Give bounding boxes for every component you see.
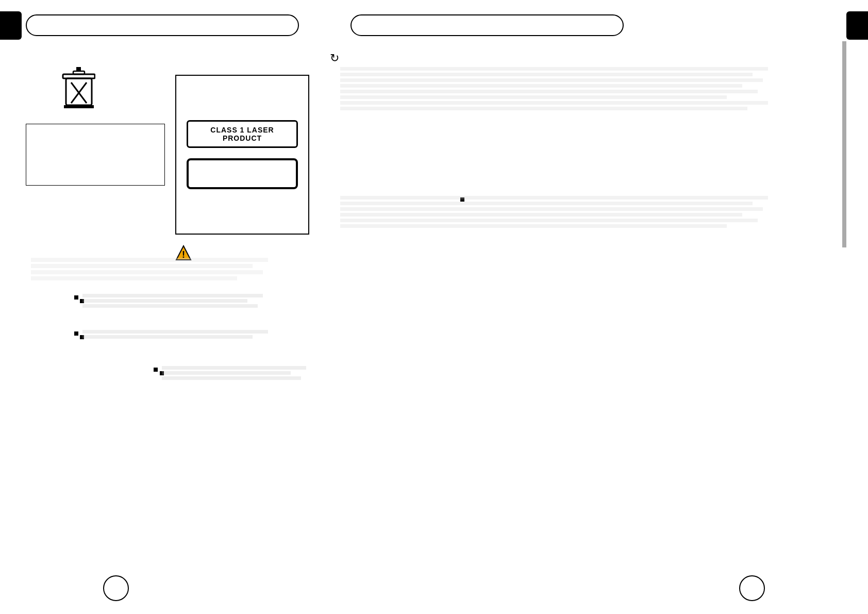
- refresh-icon: ↻: [330, 52, 339, 65]
- corner-tab-left: [0, 11, 22, 40]
- svg-rect-6: [64, 105, 94, 108]
- laser-label-container: CLASS 1 LASER PRODUCT: [175, 75, 309, 235]
- bullet-sq-3: [154, 368, 158, 372]
- page-circle-right: [739, 575, 765, 601]
- bullet-sq-1: [74, 295, 78, 300]
- text-region-left-1: [31, 258, 314, 283]
- page-tab-right: [350, 14, 624, 36]
- corner-tab-right: [846, 11, 868, 40]
- laser-label-empty-box: [187, 158, 298, 189]
- text-bullet-2: [82, 330, 289, 340]
- text-region-right-1: [340, 67, 830, 112]
- weee-symbol: [62, 67, 103, 113]
- laser-class-label: CLASS 1 LASER PRODUCT: [187, 120, 298, 148]
- text-bullet-1: [82, 294, 289, 309]
- sidebar-strip: [842, 41, 846, 247]
- bullet-sq-2: [74, 331, 78, 336]
- page-tab-left: [26, 14, 299, 36]
- left-content-box: [26, 124, 165, 186]
- text-region-right-2: [340, 196, 830, 230]
- svg-rect-3: [73, 71, 85, 74]
- page-circle-left: [103, 575, 129, 601]
- text-bullet-3: [162, 366, 316, 381]
